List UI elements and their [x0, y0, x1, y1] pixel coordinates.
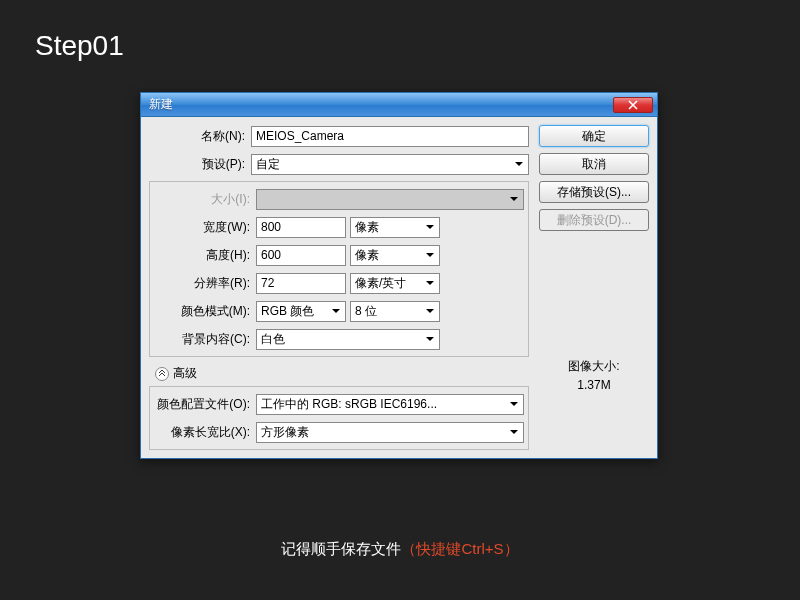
res-unit-value: 像素/英寸 [355, 275, 406, 292]
size-select [256, 189, 524, 210]
size-group: 大小(I): 宽度(W): 像素 高度(H): 像素 分辨率(R): 像素/英寸 [149, 181, 529, 357]
close-icon [628, 100, 638, 110]
save-preset-button[interactable]: 存储预设(S)... [539, 181, 649, 203]
advanced-toggle[interactable]: 高级 [155, 365, 529, 382]
height-input[interactable] [256, 245, 346, 266]
mode-label: 颜色模式(M): [154, 303, 256, 320]
footer-shortcut: （快捷键Ctrl+S） [401, 540, 518, 557]
cancel-button[interactable]: 取消 [539, 153, 649, 175]
footer-tip: 记得顺手保存文件（快捷键Ctrl+S） [0, 540, 800, 559]
aspect-value: 方形像素 [261, 424, 309, 441]
name-input[interactable] [251, 126, 529, 147]
height-unit-value: 像素 [355, 247, 379, 264]
depth-select[interactable]: 8 位 [350, 301, 440, 322]
height-unit-select[interactable]: 像素 [350, 245, 440, 266]
res-label: 分辨率(R): [154, 275, 256, 292]
step-label: Step01 [35, 30, 124, 62]
profile-label: 颜色配置文件(O): [154, 396, 256, 413]
chevron-up-icon [155, 367, 169, 381]
dialog-title: 新建 [149, 96, 173, 113]
width-label: 宽度(W): [154, 219, 256, 236]
footer-text: 记得顺手保存文件 [281, 540, 401, 557]
bg-select[interactable]: 白色 [256, 329, 440, 350]
preset-value: 自定 [256, 156, 280, 173]
name-label: 名称(N): [149, 128, 251, 145]
res-input[interactable] [256, 273, 346, 294]
image-size-info: 图像大小: 1.37M [539, 357, 649, 395]
aspect-label: 像素长宽比(X): [154, 424, 256, 441]
titlebar[interactable]: 新建 [141, 93, 657, 117]
advanced-group: 颜色配置文件(O): 工作中的 RGB: sRGB IEC6196... 像素长… [149, 386, 529, 450]
preset-select[interactable]: 自定 [251, 154, 529, 175]
image-size-value: 1.37M [539, 376, 649, 395]
preset-label: 预设(P): [149, 156, 251, 173]
bg-value: 白色 [261, 331, 285, 348]
profile-select[interactable]: 工作中的 RGB: sRGB IEC6196... [256, 394, 524, 415]
ok-button[interactable]: 确定 [539, 125, 649, 147]
depth-value: 8 位 [355, 303, 377, 320]
advanced-label: 高级 [173, 365, 197, 382]
width-unit-value: 像素 [355, 219, 379, 236]
size-label: 大小(I): [154, 191, 256, 208]
width-unit-select[interactable]: 像素 [350, 217, 440, 238]
mode-value: RGB 颜色 [261, 303, 314, 320]
new-dialog: 新建 名称(N): 预设(P): 自定 大小(I): [140, 92, 658, 459]
res-unit-select[interactable]: 像素/英寸 [350, 273, 440, 294]
bg-label: 背景内容(C): [154, 331, 256, 348]
profile-value: 工作中的 RGB: sRGB IEC6196... [261, 396, 437, 413]
close-button[interactable] [613, 97, 653, 113]
image-size-label: 图像大小: [539, 357, 649, 376]
height-label: 高度(H): [154, 247, 256, 264]
delete-preset-button: 删除预设(D)... [539, 209, 649, 231]
aspect-select[interactable]: 方形像素 [256, 422, 524, 443]
mode-select[interactable]: RGB 颜色 [256, 301, 346, 322]
width-input[interactable] [256, 217, 346, 238]
